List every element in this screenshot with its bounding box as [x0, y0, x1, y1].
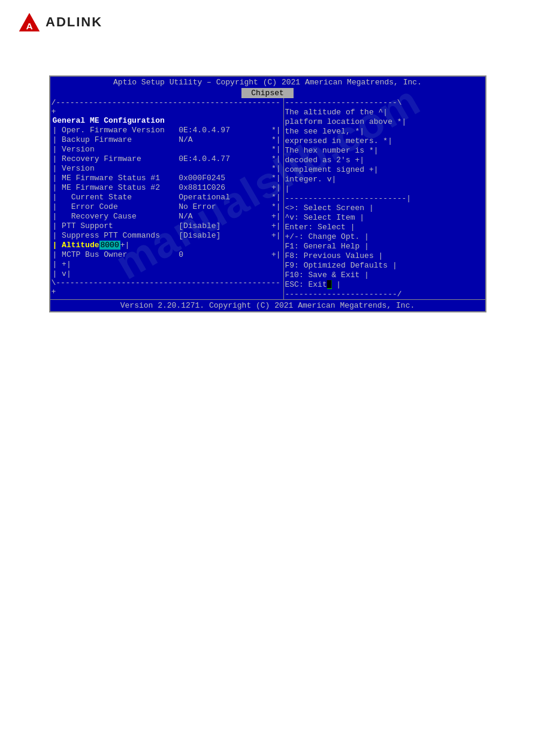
right-line: ^v: Select Item | [285, 213, 483, 223]
table-row: | Recovery Firmware 0E:4.0.4.77 *| [50, 154, 283, 163]
right-line: platform location above *| [285, 117, 483, 127]
table-row: | PTT Support [Disable] +| [50, 221, 283, 230]
bios-footer-text: Version 2.20.1271. Copyright (C) 2021 Am… [120, 301, 415, 310]
right-line: F8: Previous Values | [285, 251, 483, 261]
right-line: the see level, *| [285, 127, 483, 136]
table-row: | ME Firmware Status #2 0x8811C026 +| [50, 183, 283, 192]
table-row: | Oper. Firmware Version 0E:4.0.4.97 *| [50, 125, 283, 135]
right-line: ESC: Exit█ | [285, 280, 483, 290]
bios-screen: Aptio Setup Utility – Copyright (C) 2021… [49, 75, 486, 312]
bios-right-panel: ------------------------\ The altitude o… [284, 98, 485, 299]
bios-header-text: Aptio Setup Utility – Copyright (C) 2021… [113, 78, 422, 87]
right-line: +/-: Change Opt. | [285, 232, 483, 242]
bios-bottom-divider: \---------------------------------------… [50, 278, 283, 296]
bios-section-title-row: General ME Configuration [50, 116, 283, 125]
right-line: The hex number is *| [285, 146, 483, 156]
right-line: F9: Optimized Defaults | [285, 261, 483, 271]
table-row: | Version *| [50, 144, 283, 154]
bios-screen-wrapper: manualslib.com Aptio Setup Utility – Cop… [49, 51, 486, 312]
right-line: ------------------------/ [285, 290, 483, 299]
right-line: | [285, 184, 483, 194]
adlink-logo-icon: A [18, 11, 41, 34]
bios-top-divider: /---------------------------------------… [50, 98, 283, 116]
right-line: expressed in meters. *| [285, 136, 483, 146]
right-line: decoded as 2's +| [285, 156, 483, 165]
right-line: <>: Select Screen | [285, 204, 483, 213]
logo-container: A ADLINK [18, 11, 102, 34]
bios-footer: Version 2.20.1271. Copyright (C) 2021 Am… [50, 299, 485, 311]
right-line: --------------------------| [285, 194, 483, 204]
table-row: | Current State Operational *| [50, 192, 283, 202]
altitude-row[interactable]: | Altitude 8000 +| [50, 240, 283, 250]
bios-right-content: ------------------------\ The altitude o… [285, 98, 483, 299]
table-row: | Recovery Cause N/A +| [50, 211, 283, 221]
bios-left-panel: /---------------------------------------… [50, 98, 284, 299]
bios-tab-chipset[interactable]: Chipset [241, 88, 294, 98]
table-row: | ME Firmware Status #1 0x000F0245 *| [50, 173, 283, 183]
table-row: | Backup Firmware N/A *| [50, 135, 283, 144]
right-line: complement signed +| [285, 165, 483, 175]
table-row: | Version *| [50, 163, 283, 173]
table-row: | MCTP Bus Owner 0 +| [50, 250, 283, 259]
right-line: The altitude of the ^| [285, 108, 483, 117]
bios-rows: | Oper. Firmware Version 0E:4.0.4.97 *| … [50, 125, 283, 278]
bios-tab-row: Chipset [50, 88, 485, 98]
right-line: F1: General Help | [285, 242, 483, 251]
bios-header: Aptio Setup Utility – Copyright (C) 2021… [50, 77, 485, 88]
right-line: ------------------------\ [285, 98, 483, 108]
svg-text:A: A [26, 21, 32, 31]
right-line: F10: Save & Exit | [285, 271, 483, 280]
right-line: Enter: Select | [285, 223, 483, 232]
table-row: | Error Code No Error *| [50, 202, 283, 211]
logo-area: A ADLINK [0, 0, 535, 40]
altitude-label: | Altitude [53, 241, 99, 250]
bios-section-title: General ME Configuration [53, 116, 165, 125]
page: A ADLINK manualslib.com Aptio Setup Util… [0, 0, 535, 756]
logo-text: ADLINK [46, 14, 102, 30]
table-row: | Suppress PTT Commands [Disable] +| [50, 230, 283, 240]
table-row: | +| [50, 259, 283, 269]
table-row: | v| [50, 269, 283, 278]
right-line: integer. v| [285, 175, 483, 184]
altitude-value[interactable]: 8000 [99, 241, 120, 250]
